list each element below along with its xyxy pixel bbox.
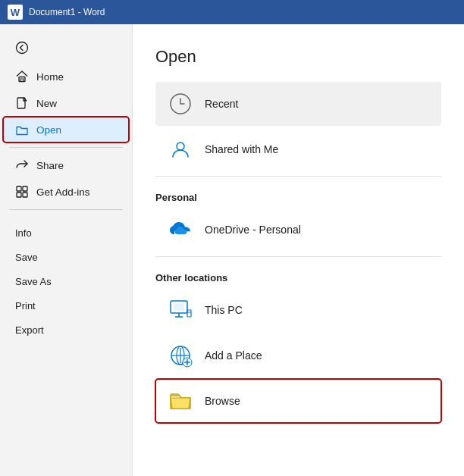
title-bar: W Document1 - Word: [0, 0, 464, 24]
open-icon: [15, 123, 29, 136]
sidebar-item-home[interactable]: Home: [3, 64, 129, 89]
addplace-icon: [167, 342, 194, 369]
sidebar-top: Home New: [0, 24, 132, 218]
sidebar-item-saveas-label: Save As: [15, 276, 52, 287]
sidebar-item-addins[interactable]: Get Add-ins: [3, 179, 129, 205]
sidebar-item-new[interactable]: New: [3, 90, 129, 116]
sidebar-item-share-label: Share: [36, 160, 64, 171]
open-list: Recent Shared with Me Personal: [155, 82, 441, 423]
word-logo: W: [8, 5, 23, 20]
sidebar-item-share[interactable]: Share: [3, 152, 129, 178]
open-item-addplace-label: Add a Place: [205, 349, 262, 362]
svg-rect-11: [174, 303, 184, 311]
divider-other: [155, 256, 441, 257]
sidebar-item-home-label: Home: [36, 71, 64, 83]
open-item-addplace[interactable]: Add a Place: [155, 334, 441, 377]
open-item-browse[interactable]: Browse: [155, 379, 441, 423]
open-item-recent[interactable]: Recent: [155, 82, 441, 126]
sidebar-item-export-label: Export: [15, 324, 44, 336]
personal-section-label: Personal: [155, 192, 441, 203]
svg-rect-4: [17, 186, 21, 191]
back-icon: [15, 41, 29, 55]
svg-rect-6: [17, 193, 21, 197]
new-icon: [15, 96, 29, 110]
addins-icon: [15, 185, 29, 199]
onedrive-icon: [167, 216, 194, 243]
sidebar-divider-1: [9, 147, 123, 148]
divider-personal: [155, 176, 441, 177]
svg-rect-7: [23, 193, 27, 197]
open-item-thispc-label: This PC: [205, 304, 243, 316]
sidebar-item-export[interactable]: Export: [3, 318, 129, 342]
sidebar-item-open[interactable]: Open: [3, 117, 129, 142]
open-item-onedrive-label: OneDrive - Personal: [205, 224, 301, 236]
clock-icon: [167, 90, 194, 117]
sidebar-item-save[interactable]: Save: [3, 246, 129, 269]
sidebar-item-save-label: Save: [15, 252, 38, 263]
other-section-label: Other locations: [155, 272, 441, 283]
sidebar-divider-2: [9, 209, 123, 210]
svg-point-0: [17, 42, 28, 54]
sidebar-item-open-label: Open: [36, 124, 61, 136]
title-bar-text: Document1 - Word: [29, 7, 105, 17]
open-item-onedrive[interactable]: OneDrive - Personal: [155, 208, 441, 252]
open-item-thispc[interactable]: This PC: [155, 288, 441, 332]
page-title: Open: [155, 47, 441, 67]
person-icon: [167, 136, 194, 163]
sidebar-secondary: Info Save Save As Print Export: [0, 218, 132, 346]
browse-icon: [167, 387, 194, 415]
sidebar-item-info-label: Info: [15, 227, 32, 239]
sidebar-item-addins-label: Get Add-ins: [36, 186, 90, 198]
sidebar-item-print[interactable]: Print: [3, 294, 129, 318]
open-item-browse-label: Browse: [205, 395, 240, 407]
open-item-shared-label: Shared with Me: [205, 143, 278, 155]
sidebar-item-saveas[interactable]: Save As: [3, 270, 129, 293]
open-item-shared[interactable]: Shared with Me: [155, 127, 441, 171]
home-icon: [15, 70, 29, 83]
sidebar: Home New: [0, 24, 133, 476]
sidebar-item-info[interactable]: Info: [3, 221, 129, 245]
svg-rect-5: [23, 186, 27, 191]
pc-icon: [167, 296, 194, 324]
sidebar-item-print-label: Print: [15, 300, 36, 312]
sidebar-item-new-label: New: [36, 98, 57, 109]
app-body: Home New: [0, 24, 464, 476]
main-content: Open Recent: [133, 24, 464, 476]
share-icon: [15, 158, 29, 172]
svg-point-9: [177, 142, 184, 150]
open-item-recent-label: Recent: [205, 98, 238, 110]
back-button[interactable]: [3, 35, 129, 61]
